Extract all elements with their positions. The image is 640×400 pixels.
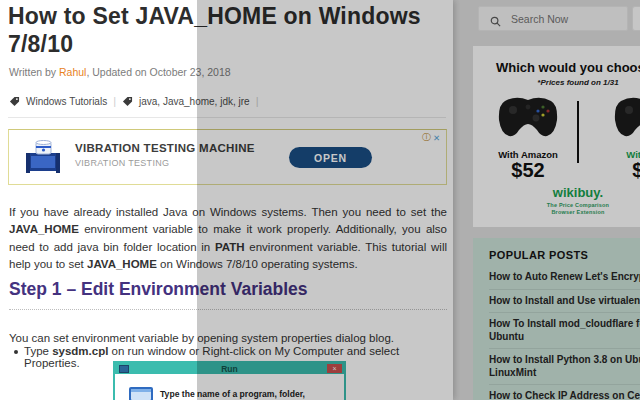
tag-separator: | xyxy=(256,95,259,107)
tag-icon xyxy=(122,96,133,107)
wikibuy-headline: Which would you choose? xyxy=(473,60,640,75)
run-dialog-screenshot: Run × Type the name of a program, folder… xyxy=(113,361,346,400)
post-meta: Written by Rahul, Updated on October 23,… xyxy=(9,66,231,78)
written-by-label: Written by xyxy=(9,66,59,78)
category-link[interactable]: Windows Tutorials xyxy=(26,96,107,107)
keywords-link[interactable]: java, Java_home, jdk, jre xyxy=(139,96,250,107)
search-submit-button[interactable] xyxy=(632,6,640,31)
ad-open-button[interactable]: OPEN xyxy=(289,147,372,168)
ad-close-icon[interactable]: ✕ xyxy=(433,133,440,143)
popular-post-link[interactable]: How to Install and Use virtualenv with P… xyxy=(489,290,640,314)
run-close-button: × xyxy=(327,364,342,373)
run-dialog-title: Run xyxy=(115,364,344,374)
tags-row: Windows Tutorials | java, Java_home, jdk… xyxy=(9,95,258,107)
controller-image-right xyxy=(612,94,640,140)
controller-image-left xyxy=(496,94,560,140)
popular-post-link[interactable]: How to Auto Renew Let's Encrypt Certific… xyxy=(489,266,640,290)
ad-subtitle: VIBRATION TESTING xyxy=(75,158,169,168)
run-dialog-body: Type the name of a program, folder, docu… xyxy=(115,374,344,400)
ad-badges: ⓘ ✕ xyxy=(422,131,440,144)
run-dialog-text: Type the name of a program, folder, docu… xyxy=(160,389,344,400)
popular-posts-list: How to Auto Renew Let's Encrypt Certific… xyxy=(489,266,640,400)
search-widget xyxy=(478,6,633,31)
run-program-icon xyxy=(129,387,153,400)
run-dialog-titlebar: Run × xyxy=(115,363,344,374)
wikibuy-tagline: Browser Extension xyxy=(473,209,640,215)
intro-paragraph: If you have already installed Java on Wi… xyxy=(9,204,447,274)
wikibuy-tagline: The Price Comparison xyxy=(473,202,640,208)
author-link[interactable]: Rahul xyxy=(59,66,86,78)
step1-paragraph: You can set environment variable by open… xyxy=(9,332,447,344)
popular-posts-widget: POPULAR POSTS How to Auto Renew Let's En… xyxy=(473,238,640,400)
sidebar: Which would you choose? *Prices found on… xyxy=(453,0,640,400)
wikibuy-price: $41 xyxy=(601,159,640,182)
popular-post-link[interactable]: How To Install mod_cloudflare for ApachU… xyxy=(489,313,640,349)
step1-heading: Step 1 – Edit Environment Variables xyxy=(9,279,447,310)
price-divider xyxy=(577,101,579,163)
vibration-machine-image xyxy=(25,138,63,174)
amazon-price: $52 xyxy=(480,159,576,182)
page-title: How to Set JAVA_HOME on Windows 7/8/10 xyxy=(8,2,446,58)
wikibuy-logo: wikibuy. xyxy=(473,185,640,200)
wikibuy-subnote: *Prices found on 1/31 xyxy=(473,78,640,87)
tag-separator: | xyxy=(113,95,116,107)
ad-title: VIBRATION TESTING MACHINE xyxy=(75,142,255,154)
popular-post-link[interactable]: How to Check IP Address on CentOS 8 xyxy=(489,385,640,400)
updated-label: , Updated on October 23, 2018 xyxy=(86,66,230,78)
search-icon xyxy=(490,13,501,24)
ad-info-icon[interactable]: ⓘ xyxy=(422,131,431,144)
ad-banner[interactable]: VIBRATION TESTING MACHINE VIBRATION TEST… xyxy=(8,129,447,185)
wikibuy-ad-widget[interactable]: Which would you choose? *Prices found on… xyxy=(473,46,640,227)
tag-icon xyxy=(9,96,20,107)
divider xyxy=(8,117,446,118)
popular-post-link[interactable]: How to Install Python 3.8 on Ubuntu, Deb… xyxy=(489,349,640,385)
popular-posts-heading: POPULAR POSTS xyxy=(489,249,588,261)
article-column: How to Set JAVA_HOME on Windows 7/8/10 W… xyxy=(0,0,453,400)
